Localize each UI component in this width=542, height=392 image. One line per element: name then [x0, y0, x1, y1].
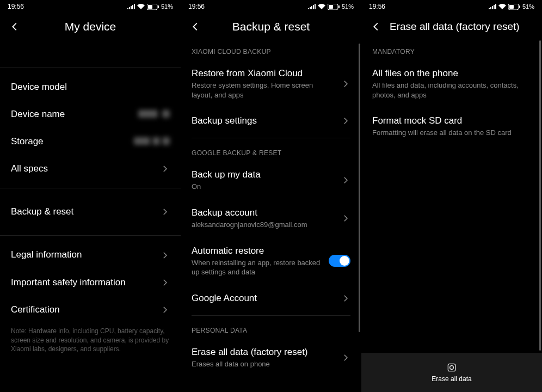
chevron-right-icon	[341, 293, 350, 303]
erase-all-data-button[interactable]: Erase all data	[361, 353, 542, 392]
row-safety[interactable]: Important safety information	[0, 269, 181, 296]
row-device-name[interactable]: Device name	[0, 101, 181, 128]
svg-point-10	[450, 366, 454, 370]
row-sub: Formatting will erase all data on the SD…	[372, 128, 531, 138]
row-backup-account[interactable]: Backup account aleksandarognjanovic89@gm…	[181, 199, 361, 237]
row-backup-reset[interactable]: Backup & reset	[0, 194, 181, 230]
chevron-right-icon	[160, 250, 170, 260]
row-backup-settings[interactable]: Backup settings	[181, 107, 361, 134]
back-icon[interactable]	[370, 21, 382, 33]
chevron-right-icon	[160, 305, 170, 315]
status-bar: 19:56 51%	[0, 0, 181, 13]
svg-rect-4	[329, 5, 333, 9]
row-all-specs[interactable]: All specs	[0, 155, 181, 182]
status-right: 51%	[308, 3, 354, 10]
status-right: 51%	[489, 3, 534, 10]
page-title: Backup & reset	[181, 20, 361, 33]
row-value-redacted	[134, 137, 170, 146]
chevron-right-icon	[341, 353, 350, 363]
row-storage[interactable]: Storage	[0, 128, 181, 155]
battery-icon	[147, 4, 159, 10]
title-bar: Backup & reset	[181, 13, 361, 40]
battery-percent: 51%	[522, 3, 534, 10]
row-title: All specs	[11, 163, 153, 175]
row-value-redacted	[138, 110, 170, 119]
status-time: 19:56	[8, 3, 24, 10]
row-title: Backup account	[192, 207, 334, 219]
battery-icon	[328, 4, 340, 10]
section-mandatory: MANDATORY	[361, 40, 542, 60]
chevron-right-icon	[341, 175, 350, 185]
signal-icon	[489, 4, 496, 9]
battery-icon	[508, 4, 520, 10]
row-sub: When reinstalling an app, restore backed…	[192, 258, 322, 277]
row-title: Back up my data	[192, 169, 334, 181]
row-sub: aleksandarognjanovic89@gmail.com	[192, 220, 334, 230]
row-title: Backup settings	[192, 115, 334, 127]
wifi-icon	[137, 4, 145, 9]
scroll-indicator[interactable]	[359, 44, 360, 332]
panel-backup-reset: 19:56 51% Backup & reset XIAOMI CLOUD BA…	[181, 0, 361, 392]
chevron-right-icon	[160, 278, 170, 287]
row-device-model[interactable]: Device model	[0, 74, 181, 101]
row-title: Backup & reset	[11, 206, 153, 218]
row-restore-cloud[interactable]: Restore from Xiaomi Cloud Restore system…	[181, 60, 361, 107]
row-title: Certification	[11, 304, 153, 316]
row-format-sd[interactable]: Format mock SD card Formatting will eras…	[361, 107, 542, 145]
svg-rect-5	[338, 5, 340, 8]
chevron-right-icon	[341, 213, 350, 223]
scroll-indicator[interactable]	[539, 40, 541, 351]
row-title: Legal information	[11, 249, 153, 261]
row-all-files[interactable]: All files on the phone All files and dat…	[361, 60, 542, 107]
status-time: 19:56	[188, 3, 205, 10]
row-title: Automatic restore	[192, 245, 322, 257]
row-title: Restore from Xiaomi Cloud	[192, 68, 334, 79]
row-title: Device name	[11, 108, 132, 120]
chevron-right-icon	[160, 164, 170, 174]
row-sub: Erases all data on phone	[192, 359, 334, 369]
chevron-right-icon	[341, 79, 350, 89]
status-bar: 19:56 51%	[181, 0, 361, 13]
chevron-right-icon	[160, 207, 170, 217]
row-sub: All files and data, including accounts, …	[372, 81, 531, 100]
svg-rect-9	[448, 364, 455, 371]
title-bar: My device	[0, 13, 181, 40]
battery-percent: 51%	[342, 3, 354, 10]
erase-button-label: Erase all data	[432, 375, 471, 383]
row-backup-my-data[interactable]: Back up my data On	[181, 161, 361, 199]
back-icon[interactable]	[189, 21, 201, 33]
row-title: Erase all data (factory reset)	[192, 346, 334, 358]
wifi-icon	[498, 4, 506, 9]
section-xiaomi-cloud: XIAOMI CLOUD BACKUP	[181, 40, 361, 60]
row-sub: On	[192, 182, 334, 192]
row-title: Format mock SD card	[372, 115, 531, 127]
chevron-right-icon	[341, 116, 350, 126]
title-bar: Erase all data (factory reset)	[361, 13, 542, 40]
page-title: Erase all data (factory reset)	[390, 21, 520, 33]
svg-rect-7	[509, 5, 514, 9]
panel-my-device: 19:56 51% My device Device model Device …	[0, 0, 181, 392]
page-title: My device	[0, 20, 181, 33]
row-automatic-restore[interactable]: Automatic restore When reinstalling an a…	[181, 237, 361, 285]
row-google-account[interactable]: Google Account	[181, 285, 361, 312]
svg-rect-1	[148, 5, 152, 9]
row-certification[interactable]: Certification	[0, 296, 181, 323]
toggle-automatic-restore[interactable]	[329, 255, 350, 267]
status-time: 19:56	[369, 3, 385, 10]
row-sub: Restore system settings, Home screen lay…	[192, 81, 334, 100]
battery-percent: 51%	[161, 3, 173, 10]
row-legal[interactable]: Legal information	[0, 241, 181, 268]
back-icon[interactable]	[9, 21, 21, 33]
row-title: Device model	[11, 81, 170, 93]
status-right: 51%	[127, 3, 173, 10]
section-personal: PERSONAL DATA	[181, 319, 361, 339]
svg-rect-2	[158, 5, 159, 8]
erase-icon	[446, 362, 457, 373]
signal-icon	[308, 4, 316, 9]
row-erase-all-data[interactable]: Erase all data (factory reset) Erases al…	[181, 339, 361, 377]
wifi-icon	[318, 4, 325, 9]
row-title: Google Account	[192, 292, 334, 304]
hardware-note: Note: Hardware info, including CPU, batt…	[0, 323, 181, 360]
panel-erase-all-data: 19:56 51% Erase all data (factory reset)…	[361, 0, 542, 392]
row-title: Storage	[11, 136, 127, 148]
